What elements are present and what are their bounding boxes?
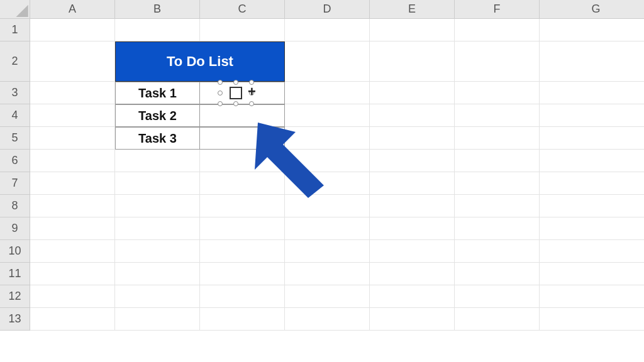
cell-A10[interactable]	[30, 240, 115, 263]
cell-F10[interactable]	[455, 240, 540, 263]
row-header-2[interactable]: 2	[0, 41, 30, 82]
cell-G5[interactable]	[540, 127, 644, 150]
column-header-B[interactable]: B	[115, 0, 200, 19]
cell-E5[interactable]	[370, 127, 455, 150]
column-header-C[interactable]: C	[200, 0, 285, 19]
column-header-F[interactable]: F	[455, 0, 540, 19]
cell-F4[interactable]	[455, 104, 540, 127]
cell-F13[interactable]	[455, 308, 540, 331]
cell-E7[interactable]	[370, 172, 455, 195]
cell-C9[interactable]	[200, 217, 285, 240]
row-header-11[interactable]: 11	[0, 263, 30, 285]
column-header-A[interactable]: A	[30, 0, 115, 19]
cell-B12[interactable]	[115, 285, 200, 308]
cell-E3[interactable]	[370, 82, 455, 104]
cell-D8[interactable]	[285, 195, 370, 217]
column-header-G[interactable]: G	[540, 0, 644, 19]
row-header-5[interactable]: 5	[0, 127, 30, 150]
cell-E2[interactable]	[370, 41, 455, 82]
cell-D5[interactable]	[285, 127, 370, 150]
cell-B11[interactable]	[115, 263, 200, 285]
cell-F7[interactable]	[455, 172, 540, 195]
cell-A12[interactable]	[30, 285, 115, 308]
cell-G3[interactable]	[540, 82, 644, 104]
cell-A6[interactable]	[30, 150, 115, 172]
cell-C11[interactable]	[200, 263, 285, 285]
cell-F6[interactable]	[455, 150, 540, 172]
cell-D4[interactable]	[285, 104, 370, 127]
cell-E12[interactable]	[370, 285, 455, 308]
cell-E11[interactable]	[370, 263, 455, 285]
task-checkbox-cell-3[interactable]	[200, 127, 285, 150]
selection-handle[interactable]	[233, 101, 238, 106]
row-header-4[interactable]: 4	[0, 104, 30, 127]
cell-C8[interactable]	[200, 195, 285, 217]
column-header-D[interactable]: D	[285, 0, 370, 19]
cell-C12[interactable]	[200, 285, 285, 308]
cell-D7[interactable]	[285, 172, 370, 195]
cell-E9[interactable]	[370, 217, 455, 240]
cell-A4[interactable]	[30, 104, 115, 127]
cell-D11[interactable]	[285, 263, 370, 285]
cell-F12[interactable]	[455, 285, 540, 308]
cell-G6[interactable]	[540, 150, 644, 172]
cell-A3[interactable]	[30, 82, 115, 104]
cell-F3[interactable]	[455, 82, 540, 104]
cell-C6[interactable]	[200, 150, 285, 172]
cell-F11[interactable]	[455, 263, 540, 285]
cell-A11[interactable]	[30, 263, 115, 285]
row-header-7[interactable]: 7	[0, 172, 30, 195]
cell-G10[interactable]	[540, 240, 644, 263]
selection-handle[interactable]	[233, 80, 238, 85]
cell-F2[interactable]	[455, 41, 540, 82]
task-label-cell-2[interactable]: Task 2	[115, 104, 200, 127]
cell-G8[interactable]	[540, 195, 644, 217]
row-header-8[interactable]: 8	[0, 195, 30, 217]
cell-E8[interactable]	[370, 195, 455, 217]
checkbox-form-control[interactable]	[220, 82, 252, 104]
cell-A7[interactable]	[30, 172, 115, 195]
cell-A1[interactable]	[30, 19, 115, 41]
cell-A2[interactable]	[30, 41, 115, 82]
selection-handle[interactable]	[218, 101, 223, 106]
task-label-cell-3[interactable]: Task 3	[115, 127, 200, 150]
row-header-10[interactable]: 10	[0, 240, 30, 263]
task-label-cell-1[interactable]: Task 1	[115, 82, 200, 104]
cell-D1[interactable]	[285, 19, 370, 41]
cell-F1[interactable]	[455, 19, 540, 41]
cell-C1[interactable]	[200, 19, 285, 41]
cell-D12[interactable]	[285, 285, 370, 308]
cell-B1[interactable]	[115, 19, 200, 41]
cell-E1[interactable]	[370, 19, 455, 41]
cell-A8[interactable]	[30, 195, 115, 217]
cell-G12[interactable]	[540, 285, 644, 308]
selection-handle[interactable]	[218, 90, 223, 96]
cell-B7[interactable]	[115, 172, 200, 195]
row-header-9[interactable]: 9	[0, 217, 30, 240]
cell-G7[interactable]	[540, 172, 644, 195]
cell-A5[interactable]	[30, 127, 115, 150]
cell-C13[interactable]	[200, 308, 285, 331]
cell-D2[interactable]	[285, 41, 370, 82]
cell-A13[interactable]	[30, 308, 115, 331]
cell-G11[interactable]	[540, 263, 644, 285]
cell-G4[interactable]	[540, 104, 644, 127]
cell-B10[interactable]	[115, 240, 200, 263]
cell-E4[interactable]	[370, 104, 455, 127]
cell-D9[interactable]	[285, 217, 370, 240]
cell-F8[interactable]	[455, 195, 540, 217]
cell-G1[interactable]	[540, 19, 644, 41]
cell-B9[interactable]	[115, 217, 200, 240]
select-all-corner[interactable]	[0, 0, 30, 19]
cell-E10[interactable]	[370, 240, 455, 263]
cell-D6[interactable]	[285, 150, 370, 172]
selection-handle[interactable]	[249, 101, 254, 106]
cell-G2[interactable]	[540, 41, 644, 82]
cell-B6[interactable]	[115, 150, 200, 172]
cell-E13[interactable]	[370, 308, 455, 331]
cell-B13[interactable]	[115, 308, 200, 331]
cell-C7[interactable]	[200, 172, 285, 195]
selection-handle[interactable]	[218, 80, 223, 85]
cell-G9[interactable]	[540, 217, 644, 240]
cell-A9[interactable]	[30, 217, 115, 240]
